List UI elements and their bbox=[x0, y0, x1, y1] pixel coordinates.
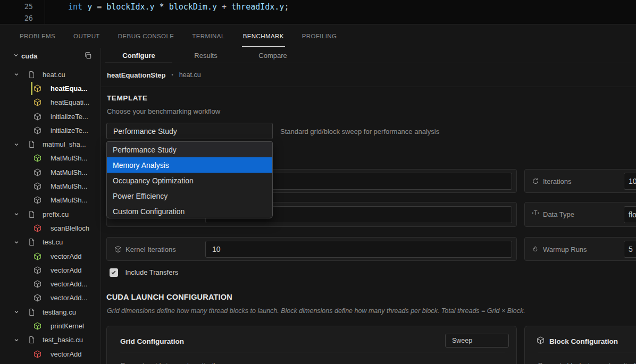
benchmark-tab-compare[interactable]: Compare bbox=[239, 48, 306, 63]
divider bbox=[120, 352, 505, 352]
kernel-cube-icon bbox=[34, 168, 41, 176]
divider bbox=[538, 352, 636, 352]
kernel-cube-icon bbox=[34, 350, 41, 358]
tree-file-testcu[interactable]: test.cu bbox=[0, 235, 101, 249]
breadcrumb-separator: • bbox=[172, 72, 173, 78]
launch-description: Grid dimensions define how many thread b… bbox=[107, 307, 525, 315]
tree-kernel-vectorAdd[interactable]: vectorAdd bbox=[0, 249, 101, 263]
kernel-cube-icon bbox=[34, 182, 41, 190]
template-subtitle: Choose your benchmarking workflow bbox=[107, 107, 220, 115]
include-transfers-label: Include Transfers bbox=[125, 268, 179, 276]
panel-tab-benchmark[interactable]: BENCHMARK bbox=[243, 24, 284, 48]
template-option-occupancy-optimization[interactable]: Occupancy Optimization bbox=[107, 173, 272, 188]
kernel-iterations-label: Kernel Iterations bbox=[125, 246, 176, 253]
warmup-runs-label: Warmup Runs bbox=[543, 246, 587, 253]
file-icon bbox=[28, 140, 35, 148]
tree-kernel-vectorAdd[interactable]: vectorAdd bbox=[0, 347, 101, 361]
file-icon bbox=[28, 210, 35, 218]
kernel-iterations-input[interactable]: 10 bbox=[205, 241, 512, 258]
chevron-down-icon bbox=[13, 141, 20, 148]
chevron-down-icon bbox=[13, 337, 20, 343]
breadcrumb-kernel: heatEquationStep bbox=[107, 71, 166, 79]
block-footnote: Generate block sizes automatically bbox=[538, 362, 636, 364]
panel-tab-debug-console[interactable]: DEBUG CONSOLE bbox=[118, 24, 174, 48]
tree-kernel-MatMulSh[interactable]: MatMulSh... bbox=[0, 165, 101, 179]
data-type-input[interactable]: float bbox=[624, 206, 636, 223]
template-select[interactable]: Performance Study bbox=[106, 123, 273, 139]
kernel-cube-icon bbox=[34, 126, 41, 134]
tree-kernel-MatMulSh[interactable]: MatMulSh... bbox=[0, 151, 101, 165]
tree-kernel-scanBlelloch[interactable]: scanBlelloch bbox=[0, 221, 101, 235]
benchmark-tab-configure[interactable]: Configure bbox=[105, 48, 172, 63]
kernel-tree-sidebar: cuda heat.cuheatEqua...heatEquati...init… bbox=[0, 48, 101, 364]
kernel-cube-icon bbox=[34, 84, 41, 92]
code-editor: 25 26 int y = blockIdx.y * blockDim.y + … bbox=[0, 0, 636, 24]
tree-file-matmul_sha[interactable]: matmul_sha... bbox=[0, 137, 101, 151]
file-icon bbox=[28, 238, 35, 246]
template-option-performance-study[interactable]: Performance Study bbox=[107, 142, 272, 157]
tree-root[interactable]: cuda bbox=[0, 48, 101, 64]
sync-icon bbox=[532, 177, 539, 185]
data-type-row: ‹T› Data Type float bbox=[524, 202, 636, 227]
template-option-power-efficiency[interactable]: Power Efficiency bbox=[107, 188, 272, 204]
chevron-down-icon bbox=[13, 239, 20, 246]
template-option-custom-configuration[interactable]: Custom Configuration bbox=[107, 204, 272, 218]
iterations-input[interactable]: 10 bbox=[624, 173, 636, 190]
kernel-tree: heat.cuheatEqua...heatEquati...initializ… bbox=[0, 67, 101, 361]
kernel-cube-icon bbox=[34, 322, 41, 330]
tree-kernel-initializeTe[interactable]: initializeTe... bbox=[0, 123, 101, 137]
warmup-runs-input[interactable]: 5 bbox=[624, 241, 636, 258]
template-option-memory-analysis[interactable]: Memory Analysis bbox=[107, 157, 272, 173]
include-transfers-checkbox[interactable] bbox=[110, 268, 118, 277]
grid-mode-select[interactable]: Sweep bbox=[445, 334, 509, 348]
indent-guide bbox=[45, 0, 45, 24]
chevron-down-icon bbox=[13, 309, 20, 315]
kernel-cube-icon bbox=[34, 113, 41, 121]
tree-kernel-initializeTe[interactable]: initializeTe... bbox=[0, 109, 101, 123]
tree-kernel-heatEquati[interactable]: heatEquati... bbox=[0, 96, 101, 109]
copy-icon[interactable] bbox=[84, 52, 92, 60]
tree-kernel-printKernel[interactable]: printKernel bbox=[0, 319, 101, 333]
iterations-label: Iterations bbox=[543, 177, 571, 185]
divider bbox=[101, 87, 636, 87]
block-configuration-title: Block Configuration bbox=[549, 337, 618, 345]
tree-kernel-vectorAdd[interactable]: vectorAdd bbox=[0, 263, 101, 277]
kernel-cube-icon bbox=[34, 154, 41, 162]
kernel-iterations-row: Kernel Iterations 10 bbox=[106, 237, 517, 261]
template-description: Standard grid/block sweep for performanc… bbox=[280, 128, 439, 136]
tree-file-prefixcu[interactable]: prefix.cu bbox=[0, 207, 101, 221]
template-dropdown: Performance StudyMemory AnalysisOccupanc… bbox=[106, 141, 273, 218]
code-line: int y = blockIdx.y * blockDim.y + thread… bbox=[68, 2, 289, 12]
cube-icon bbox=[114, 246, 122, 253]
tree-kernel-vectorAdd[interactable]: vectorAdd... bbox=[0, 277, 101, 291]
include-transfers-row: Include Transfers bbox=[110, 268, 178, 277]
kernel-cube-icon bbox=[34, 98, 41, 106]
warmup-runs-row: Warmup Runs 5 bbox=[524, 237, 636, 261]
file-icon bbox=[28, 336, 35, 344]
panel-tab-bar: PROBLEMSOUTPUTDEBUG CONSOLETERMINALBENCH… bbox=[0, 24, 636, 48]
panel-tab-output[interactable]: OUTPUT bbox=[73, 24, 100, 48]
benchmark-tab-results[interactable]: Results bbox=[172, 48, 239, 63]
tree-kernel-heatEqua[interactable]: heatEqua... bbox=[0, 81, 101, 95]
tree-kernel-MatMulSh[interactable]: MatMulSh... bbox=[0, 179, 101, 193]
tree-file-heatcu[interactable]: heat.cu bbox=[0, 67, 101, 81]
line-number: 26 bbox=[0, 14, 33, 22]
block-configuration-card: Block Configuration Generate block sizes… bbox=[524, 326, 636, 364]
template-heading: TEMPLATE bbox=[107, 94, 148, 102]
kernel-cube-icon bbox=[34, 294, 41, 302]
kernel-cube-icon bbox=[34, 280, 41, 288]
panel-tab-profiling[interactable]: PROFILING bbox=[302, 24, 337, 48]
type-icon: ‹T› bbox=[532, 209, 539, 216]
benchmark-tab-bar: ConfigureResultsCompare bbox=[101, 48, 636, 63]
chevron-down-icon bbox=[13, 71, 20, 78]
panel-tab-problems[interactable]: PROBLEMS bbox=[20, 24, 55, 48]
breadcrumb-file: heat.cu bbox=[179, 71, 201, 79]
grid-configuration-card: Grid Configuration Sweep Generate grid s… bbox=[106, 326, 517, 364]
tree-file-test_basiccu[interactable]: test_basic.cu bbox=[0, 333, 101, 347]
tree-kernel-MatMulSh[interactable]: MatMulSh... bbox=[0, 193, 101, 207]
kernel-cube-icon bbox=[34, 266, 41, 274]
tree-kernel-vectorAdd[interactable]: vectorAdd... bbox=[0, 291, 101, 305]
panel-tab-terminal[interactable]: TERMINAL bbox=[192, 24, 224, 48]
kernel-cube-icon bbox=[34, 196, 41, 204]
tree-file-testlangcu[interactable]: testlang.cu bbox=[0, 305, 101, 319]
